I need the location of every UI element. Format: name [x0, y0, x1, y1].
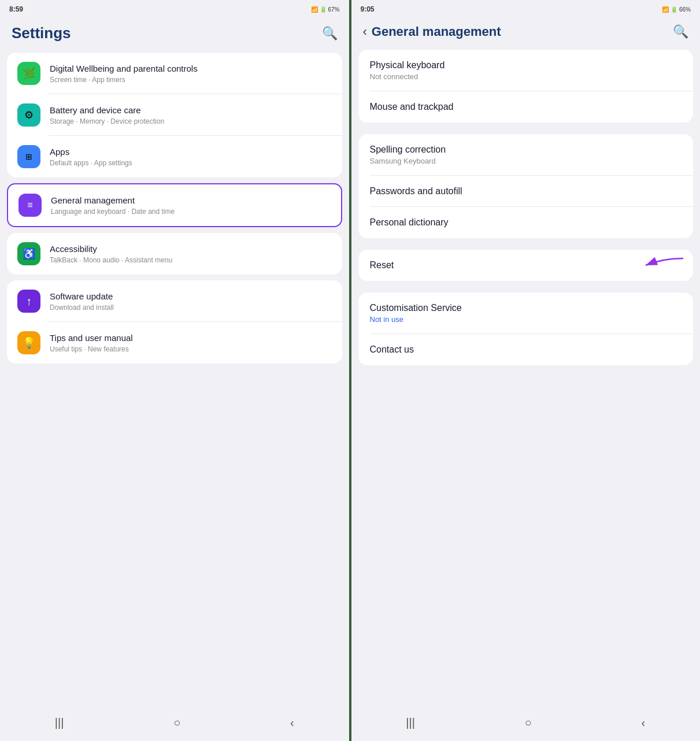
arrow-annotation — [617, 254, 686, 277]
tips-icon: 💡 — [17, 331, 40, 354]
digital-wellbeing-sub: Screen time · App timers — [50, 76, 332, 84]
nav-menu-right[interactable]: ||| — [406, 716, 415, 729]
nav-menu-left[interactable]: ||| — [55, 716, 64, 729]
right-header-title-row: ‹ General management — [363, 24, 501, 39]
accessibility-item[interactable]: ♿ Accessibility TalkBack · Mono audio · … — [7, 233, 342, 275]
passwords-autofill-title: Passwords and autofill — [370, 186, 682, 197]
physical-keyboard-title: Physical keyboard — [370, 60, 682, 71]
gm-group-4: Customisation Service Not in use Contact… — [358, 292, 694, 365]
nav-home-right[interactable]: ○ — [525, 716, 532, 729]
gm-group-1: Physical keyboard Not connected Mouse an… — [358, 50, 694, 123]
general-management-icon: ≡ — [18, 194, 42, 217]
digital-wellbeing-item[interactable]: 🌿 Digital Wellbeing and parental control… — [7, 53, 342, 94]
customisation-service-item[interactable]: Customisation Service Not in use — [358, 292, 694, 334]
general-management-list: Physical keyboard Not connected Mouse an… — [351, 45, 701, 709]
general-management-page-title: General management — [372, 24, 501, 39]
physical-keyboard-sub: Not connected — [370, 72, 682, 81]
digital-wellbeing-icon: 🌿 — [17, 62, 40, 85]
digital-wellbeing-text: Digital Wellbeing and parental controls … — [50, 63, 332, 84]
bottom-nav-left: ||| ○ ‹ — [0, 709, 349, 741]
card-group-4: ↑ Software update Download and install 💡… — [7, 280, 342, 364]
general-management-sub: Language and keyboard · Date and time — [51, 208, 331, 216]
search-icon-left[interactable]: 🔍 — [322, 26, 338, 41]
battery-sub: Storage · Memory · Device protection — [50, 117, 332, 125]
battery-text: Battery and device care Storage · Memory… — [50, 105, 332, 125]
reset-item[interactable]: Reset — [358, 250, 694, 281]
gm-group-2: Spelling correction Samsung Keyboard Pas… — [358, 134, 694, 238]
passwords-autofill-item[interactable]: Passwords and autofill — [358, 176, 694, 207]
software-update-title: Software update — [50, 291, 332, 302]
personal-dictionary-item[interactable]: Personal dictionary — [358, 207, 694, 238]
back-button[interactable]: ‹ — [363, 24, 367, 39]
customisation-service-sub: Not in use — [370, 315, 682, 324]
settings-title: Settings — [12, 24, 71, 42]
software-update-text: Software update Download and install — [50, 291, 332, 312]
apps-sub: Default apps · App settings — [50, 159, 332, 167]
software-update-item[interactable]: ↑ Software update Download and install — [7, 280, 342, 322]
spelling-correction-item[interactable]: Spelling correction Samsung Keyboard — [358, 134, 694, 176]
tips-item[interactable]: 💡 Tips and user manual Useful tips · New… — [7, 322, 342, 364]
mouse-trackpad-title: Mouse and trackpad — [370, 102, 682, 112]
spelling-correction-sub: Samsung Keyboard — [370, 157, 682, 165]
right-header: ‹ General management 🔍 — [351, 17, 701, 45]
accessibility-text: Accessibility TalkBack · Mono audio · As… — [50, 243, 332, 264]
contact-us-item[interactable]: Contact us — [358, 334, 694, 365]
customisation-service-title: Customisation Service — [370, 303, 682, 313]
battery-item[interactable]: ⚙ Battery and device care Storage · Memo… — [7, 94, 342, 136]
card-group-1: 🌿 Digital Wellbeing and parental control… — [7, 53, 342, 177]
right-phone: 9:05 📶 🔋 66% ‹ General management 🔍 Phys… — [351, 0, 701, 741]
time-left: 8:59 — [9, 5, 23, 13]
nav-home-left[interactable]: ○ — [173, 716, 180, 729]
time-right: 9:05 — [361, 5, 375, 13]
bottom-nav-right: ||| ○ ‹ — [351, 709, 701, 741]
nav-back-right[interactable]: ‹ — [641, 716, 645, 729]
accessibility-title: Accessibility — [50, 243, 332, 255]
status-bar-left: 8:59 📶 🔋 67% — [0, 0, 349, 17]
status-icons-left: 📶 🔋 67% — [311, 6, 340, 13]
nav-back-left[interactable]: ‹ — [290, 716, 294, 729]
digital-wellbeing-title: Digital Wellbeing and parental controls — [50, 63, 332, 75]
gm-group-3: Reset — [358, 250, 694, 281]
spelling-correction-title: Spelling correction — [370, 145, 682, 155]
personal-dictionary-title: Personal dictionary — [370, 217, 682, 228]
mouse-trackpad-item[interactable]: Mouse and trackpad — [358, 91, 694, 123]
general-management-text: General management Language and keyboard… — [51, 195, 331, 216]
software-update-icon: ↑ — [17, 290, 40, 313]
status-icons-right: 📶 🔋 66% — [662, 6, 691, 13]
contact-us-title: Contact us — [370, 344, 682, 355]
tips-text: Tips and user manual Useful tips · New f… — [50, 332, 332, 353]
card-group-3: ♿ Accessibility TalkBack · Mono audio · … — [7, 233, 342, 275]
status-bar-right: 9:05 📶 🔋 66% — [351, 0, 701, 17]
apps-icon: ⊞ — [17, 145, 40, 168]
general-management-item[interactable]: ≡ General management Language and keyboa… — [8, 184, 341, 226]
accessibility-sub: TalkBack · Mono audio · Assistant menu — [50, 256, 332, 264]
apps-item[interactable]: ⊞ Apps Default apps · App settings — [7, 136, 342, 177]
apps-text: Apps Default apps · App settings — [50, 146, 332, 167]
battery-title: Battery and device care — [50, 105, 332, 116]
settings-list: 🌿 Digital Wellbeing and parental control… — [0, 48, 349, 709]
general-management-card[interactable]: ≡ General management Language and keyboa… — [7, 183, 342, 227]
general-management-title: General management — [51, 195, 331, 206]
tips-sub: Useful tips · New features — [50, 345, 332, 353]
search-icon-right[interactable]: 🔍 — [673, 24, 688, 39]
apps-title: Apps — [50, 146, 332, 158]
battery-icon: ⚙ — [17, 103, 40, 127]
accessibility-icon: ♿ — [17, 242, 40, 265]
software-update-sub: Download and install — [50, 303, 332, 312]
left-phone: 8:59 📶 🔋 67% Settings 🔍 🌿 Digital Wellbe… — [0, 0, 351, 741]
left-header: Settings 🔍 — [0, 17, 349, 48]
physical-keyboard-item[interactable]: Physical keyboard Not connected — [358, 50, 694, 91]
tips-title: Tips and user manual — [50, 332, 332, 344]
